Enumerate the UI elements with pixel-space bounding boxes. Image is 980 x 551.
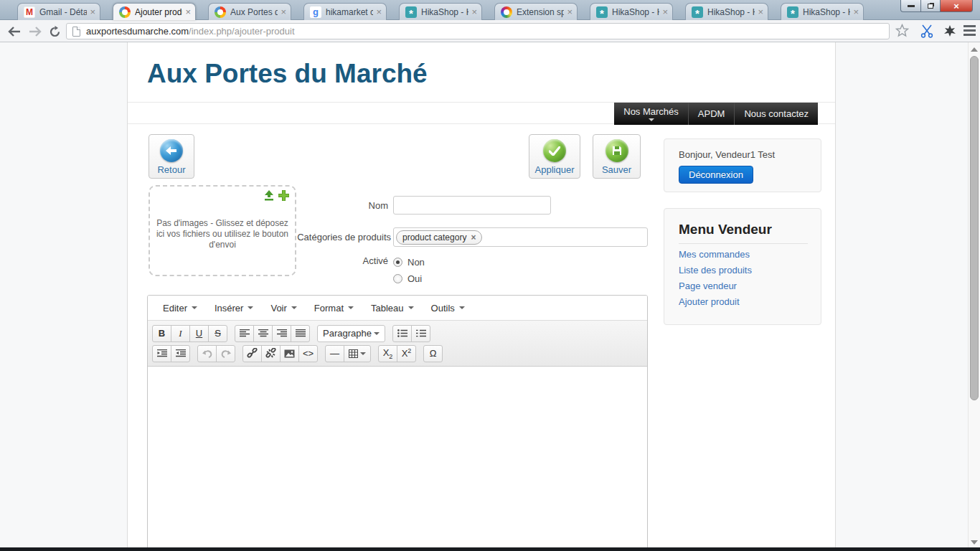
nav-item-nos-marches[interactable]: Nos Marchés [614,103,688,125]
italic-button[interactable]: I [171,325,190,342]
forward-icon[interactable] [27,24,44,39]
menu-edit[interactable]: Editer [155,299,205,317]
tab-hikashop-4[interactable]: HikaShop - Hik × [781,3,864,20]
table-button[interactable] [344,345,371,362]
chevron-down-icon [408,306,414,309]
star-icon[interactable] [895,24,909,40]
close-button[interactable] [941,0,973,12]
align-justify-button[interactable] [291,325,310,342]
logout-button[interactable]: Déconnexion [679,166,753,184]
menu-format[interactable]: Format [306,299,362,317]
special-char-button[interactable]: Ω [423,345,443,362]
editor-content-area[interactable] [148,367,647,551]
active-option-no[interactable]: Non [393,257,425,268]
nav-item-apdm[interactable]: APDM [688,103,735,125]
strikethrough-button[interactable]: S [208,325,227,342]
strikethrough-icon: S [215,328,221,339]
back-icon[interactable] [6,24,23,39]
save-button[interactable]: Sauver [593,134,641,179]
tab-gmail[interactable]: Gmail - Détails × [17,3,100,20]
google-icon [310,6,321,18]
tab-close-icon[interactable]: × [567,6,573,17]
add-image-icon[interactable] [278,190,289,204]
button-label: Appliquer [535,164,575,175]
align-left-button[interactable] [235,325,254,342]
category-tag: product category × [396,230,482,245]
tab-hikashop-2[interactable]: HikaShop - Hik × [590,3,673,20]
tab-label: Gmail - Détails [39,7,87,17]
subscript-button[interactable]: X2 [378,345,397,362]
name-label: Nom [316,200,388,211]
apply-button[interactable]: Appliquer [529,134,580,179]
active-label: Activé [316,255,388,266]
undo-button[interactable] [197,345,217,362]
align-right-button[interactable] [272,325,291,342]
tab-close-icon[interactable]: × [853,6,859,17]
format-select-value: Paragraphe [323,328,372,339]
bold-button[interactable]: B [152,325,171,342]
outdent-button[interactable] [152,345,171,362]
image-dropzone[interactable]: Pas d'images - Glissez et déposez ici vo… [149,185,296,276]
tab-close-icon[interactable]: × [758,6,763,17]
address-bar[interactable]: auxportesdumarche.com /index.php/ajouter… [66,23,890,39]
menu-view[interactable]: Voir [263,299,304,317]
sidebar-item-page-vendeur[interactable]: Page vendeur [679,281,821,291]
tab-extension[interactable]: Extension spéc × [494,3,578,20]
unlink-button[interactable] [261,345,281,362]
active-option-yes[interactable]: Oui [393,273,422,284]
scroll-down-icon[interactable] [971,540,978,545]
underline-button[interactable]: U [189,325,209,342]
redo-button[interactable] [216,345,235,362]
radio-unselected-icon[interactable] [393,274,402,283]
link-button[interactable] [242,345,262,362]
insert-image-button[interactable] [280,345,299,362]
back-button[interactable]: Retour [149,134,194,179]
scissors-icon[interactable] [920,24,934,41]
tab-close-icon[interactable]: × [662,6,668,17]
name-input[interactable] [393,196,551,215]
menu-table[interactable]: Tableau [363,299,422,317]
upload-icon[interactable] [263,190,275,204]
paragraph-format-select[interactable]: Paragraphe [317,325,385,342]
restore-button[interactable] [921,0,941,12]
image-icon [284,349,295,358]
menu-tools[interactable]: Outils [423,299,473,317]
bullet-list-button[interactable] [392,325,412,342]
chevron-down-icon [649,118,654,121]
sidebar-item-ajouter-produit[interactable]: Ajouter produit [679,296,821,307]
minimize-button[interactable] [900,0,921,12]
scrollbar-thumb[interactable] [970,56,979,400]
tab-close-icon[interactable]: × [471,6,477,17]
nav-item-nous-contactez[interactable]: Nous contactez [734,103,818,125]
tab-close-icon[interactable]: × [376,6,382,17]
page-scrollbar[interactable] [968,42,980,551]
horizontal-rule-button[interactable]: — [325,345,344,362]
tab-hikashop-3[interactable]: HikaShop - Hik × [685,3,768,20]
tab-close-icon[interactable]: × [90,6,95,17]
source-code-button[interactable]: <> [298,345,318,362]
nav-label: Nos Marchés [623,106,679,117]
sidebar-item-mes-commandes[interactable]: Mes commandes [679,249,821,260]
nav-label: Nous contactez [744,108,809,119]
bullet-list-icon [397,329,407,337]
scroll-up-icon[interactable] [971,47,978,52]
numbered-list-button[interactable] [411,325,430,342]
tab-close-icon[interactable]: × [185,6,191,17]
menu-insert[interactable]: Insérer [207,299,261,317]
align-center-button[interactable] [253,325,273,342]
indent-button[interactable] [171,345,190,362]
menu-label: Insérer [215,303,243,314]
sidebar-item-liste-produits[interactable]: Liste des produits [679,265,821,276]
reload-icon[interactable] [46,24,63,39]
tab-ajouter-produit[interactable]: Ajouter produit × [113,3,196,20]
radio-selected-icon[interactable] [393,258,402,267]
tab-aux-portes[interactable]: Aux Portes du M × [208,3,291,20]
menu-icon[interactable] [963,25,976,36]
remove-tag-icon[interactable]: × [471,232,476,242]
extension-icon[interactable] [943,24,957,41]
tab-hikamarket[interactable]: hikamarket cat × [303,3,387,20]
hikashop-icon [405,6,417,18]
tab-hikashop-1[interactable]: HikaShop - Hik × [399,3,482,20]
superscript-button[interactable]: X2 [397,345,416,362]
tab-close-icon[interactable]: × [281,6,286,17]
